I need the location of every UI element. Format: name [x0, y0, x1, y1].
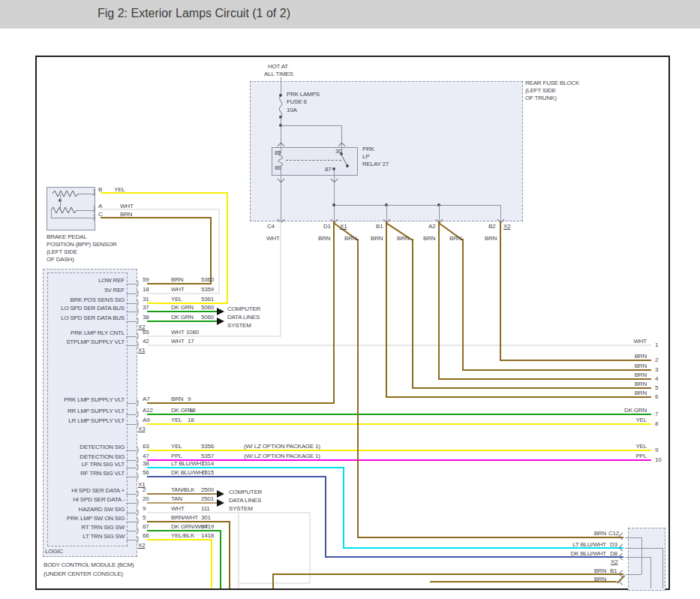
- bcm-pin-circuit-14: 2500: [201, 486, 214, 494]
- bcm-pin-circuit-10: 5356: [201, 443, 214, 450]
- bcm-pin-arc-7: ): [137, 399, 139, 406]
- fuse-block-name-3: OF TRUNK): [525, 95, 557, 102]
- hot-at-label: HOT AT: [268, 63, 288, 71]
- bcm-pin-stub-14: [126, 494, 136, 495]
- bcm-pin-circuit-13: 1315: [201, 469, 214, 477]
- conn-stub-b1: [625, 574, 641, 575]
- bcm-pin-circuit-3: 5060: [201, 304, 214, 312]
- bcm-pin-arc-8: ): [137, 411, 139, 417]
- bcm-pin-name-11: DETECTION SIG: [45, 453, 125, 461]
- wire-hazard-v2: [238, 512, 239, 588]
- right-row-number-1: 2: [655, 357, 658, 364]
- bcm-pin-number-16: 9: [143, 505, 146, 513]
- wire-d1-v: [333, 221, 335, 404]
- conn-stub-d3: [625, 548, 662, 549]
- wire-stplmp-row1: [147, 345, 651, 346]
- bcm-pin-arc-3: ): [137, 308, 139, 315]
- bcm-pin-number-1: 18: [143, 286, 149, 293]
- bpp-resistor-1: [53, 190, 78, 197]
- bcm-pin-circuit-0: 5360: [201, 276, 214, 284]
- right-row-number-0: 1: [655, 342, 658, 349]
- right-row-color-3: BRN: [596, 372, 647, 379]
- right-row-number-7: 8: [655, 420, 658, 428]
- bcm-pin-arc-11: ): [137, 456, 139, 463]
- wire-86-to-c4: [281, 176, 281, 221]
- bcm-pin-number-19: 66: [143, 532, 149, 540]
- computer-label-2b: DATA LINES: [229, 497, 261, 504]
- bcm-pin-number-10: 63: [143, 443, 149, 450]
- bcm-pin-circuit-1: 5359: [201, 286, 214, 293]
- wire-prksw-v: [229, 521, 230, 588]
- fuse-connector-D1-1: D1: [323, 223, 331, 230]
- bcm-pin-number-3: 37: [143, 304, 149, 312]
- bcm-pin-circuit-18: 1419: [201, 523, 214, 531]
- bcm-pin-arc-1: ): [137, 290, 139, 296]
- right-row-number-2: 3: [655, 366, 658, 374]
- bcm-logic-label: LOGIC: [45, 548, 63, 555]
- data-lines-arrow-2: [217, 318, 224, 325]
- bcm-pin-note-11: (W/ LZ OPTION PACKAGE 1): [244, 453, 320, 460]
- bcm-pin-stub-12: [126, 468, 136, 468]
- bcm-pin-name-9: LR LMP SUPPLY VLT: [45, 417, 125, 425]
- bpp-link-a: [77, 210, 95, 211]
- wire-d1-branch-v: [357, 239, 359, 538]
- right-row-color-6: DK GRN: [596, 407, 647, 414]
- bcm-pin-name-19: LT TRN SIG SW: [45, 533, 125, 540]
- relay-coil: [277, 152, 286, 166]
- bottom-right-x2: X2: [611, 558, 617, 566]
- wire-detect2-row10: [147, 459, 651, 461]
- bcm-pin-color-5: WHT: [171, 329, 185, 336]
- bcm-pin-number-17: 5: [143, 514, 146, 522]
- bcm-pin-name-17: PRK LMP SW ON SIG: [45, 515, 125, 522]
- bcm-pin-color-9: YEL: [171, 417, 182, 424]
- bpp-pin-c-arc: ): [93, 214, 95, 221]
- fuse-connector-B2-5: B2: [488, 223, 495, 230]
- wire-a2-v: [438, 221, 440, 380]
- bcm-pin-color-7: BRN: [171, 396, 183, 403]
- bcm-pin-circuit-15: 2501: [201, 495, 214, 503]
- bcm-pin-circuit-5: 1080: [186, 329, 199, 336]
- bcm-pin-stub-18: [126, 531, 136, 531]
- wire-rrlmp-row7: [147, 414, 651, 415]
- fuse-label-1: PRK LAMPS: [287, 91, 320, 98]
- bcm-pin-name-5: PRK LMP RLY CNTL: [45, 330, 125, 337]
- bcm-pin-number-15: 20: [143, 495, 149, 503]
- wire-yel-bpp-h: [101, 192, 228, 194]
- bpp-name-3: (LEFT SIDE: [47, 248, 77, 256]
- bcm-pin-stub-9: [126, 424, 136, 425]
- wire-rftrn-v: [325, 476, 326, 558]
- fuse-connector-B1-3: B1: [376, 223, 383, 230]
- bcm-pin-stub-17: [126, 522, 136, 522]
- bcm-pin-arc-2: ): [137, 300, 139, 306]
- bcm-pin-name-0: LOW REF: [45, 277, 125, 284]
- wire-rttrn-v: [220, 530, 221, 588]
- wire-lrlmp-row8: [147, 423, 651, 425]
- bpp-name-2: POSITION (BPP) SENSOR: [47, 241, 117, 248]
- bcm-pin-arc-5: ): [137, 333, 139, 339]
- wire-detect1-row9: [147, 450, 651, 451]
- bcm-pin-color-6: WHT: [171, 338, 185, 345]
- c12-wire-color: BRN: [555, 530, 606, 537]
- fuse-block-name-1: REAR FUSE BLOCK: [525, 80, 579, 87]
- bcm-connector-label-1: X1: [138, 347, 145, 354]
- bcm-pin-number-4: 38: [143, 314, 149, 321]
- bcm-pin-color-0: BRN: [171, 276, 183, 284]
- bcm-pin-arc-15: ): [137, 499, 139, 506]
- bcm-pin-stub-11: [126, 460, 136, 461]
- relay-name-2: LP: [362, 153, 369, 161]
- bcm-pin-name-18: RT TRN SIG SW: [45, 524, 125, 531]
- data-lines-arrow-3: [217, 490, 224, 498]
- b1-wire-color: BRN: [555, 567, 606, 575]
- wire-b1-bottom-v: [272, 573, 274, 588]
- bpp-link-c: [51, 218, 95, 218]
- bcm-pin-arc-13: ): [137, 473, 139, 480]
- bcm-pin-stub-7: [126, 403, 136, 404]
- bcm-pin-name-14: HI SPD SER DATA +: [45, 487, 125, 495]
- bcm-pin-stub-5: [126, 336, 136, 337]
- bcm-pin-circuit-19: 1418: [201, 532, 214, 540]
- bcm-pin-stub-16: [126, 513, 136, 513]
- bcm-pin-circuit-9: 18: [188, 417, 194, 424]
- bcm-pin-arc-10: ): [137, 447, 139, 453]
- bcm-pin-arc-18: ): [137, 527, 139, 534]
- bcm-pin-number-8: A12: [143, 407, 153, 414]
